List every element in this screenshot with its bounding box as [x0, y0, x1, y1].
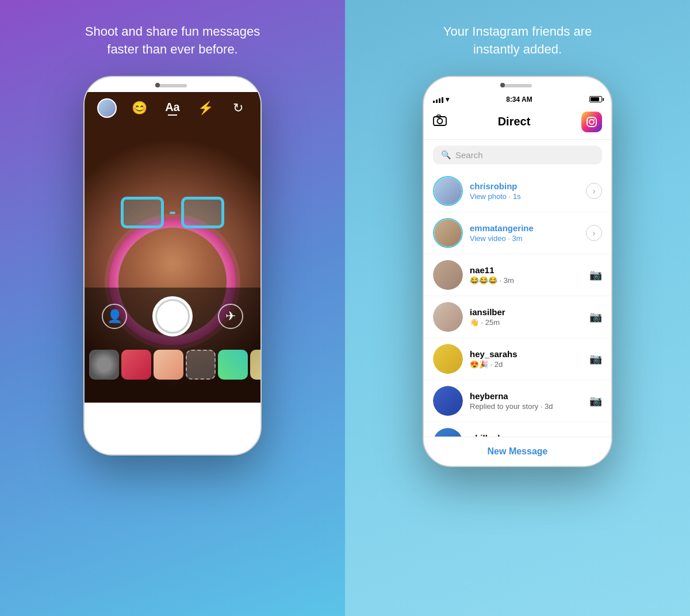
dm-preview: Replied to your story · 3d	[470, 402, 582, 411]
status-left: ▾	[433, 95, 449, 104]
dm-info: hey_sarahs 😍🎉 · 2d	[470, 349, 582, 369]
camera-toolbar: 😊 Aa ⚡ ↻	[85, 92, 260, 124]
svg-rect-3	[587, 117, 596, 127]
signal-bars	[433, 96, 443, 103]
glasses-lens-right	[181, 197, 224, 228]
search-placeholder: Search	[455, 150, 483, 160]
avatar-image	[434, 177, 462, 205]
flip-camera-button[interactable]: ↻	[228, 98, 248, 118]
new-message-button[interactable]: New Message	[488, 446, 548, 457]
dm-camera-icon[interactable]: 📷	[589, 395, 602, 407]
user-avatar-small	[97, 98, 117, 118]
right-phone: ▾ 8:34 AM Direct	[423, 76, 612, 467]
svg-point-1	[438, 118, 443, 124]
profile-icon[interactable]	[97, 98, 117, 118]
dm-avatar	[433, 260, 463, 290]
wifi-icon: ▾	[446, 95, 449, 104]
dm-avatar	[433, 344, 463, 374]
glasses-bridge	[170, 212, 175, 214]
direct-title: Direct	[498, 115, 531, 128]
svg-point-4	[589, 120, 594, 124]
speaker-left	[158, 84, 187, 87]
right-title: Your Instagram friends are instantly add…	[443, 23, 592, 59]
speaker-right	[503, 84, 532, 87]
dm-username: nae11	[470, 265, 582, 275]
dm-info: emmatangerine View video · 3m	[470, 223, 579, 243]
dm-info: heyberna Replied to your story · 3d	[470, 391, 582, 411]
dm-action-arrow[interactable]: ›	[586, 225, 602, 241]
instagram-logo[interactable]	[581, 112, 602, 132]
avatar-image	[433, 260, 463, 290]
dm-info: nae11 😂😂😂 · 3m	[470, 265, 582, 285]
dm-preview: 😂😂😂 · 3m	[470, 276, 582, 285]
dm-username: heyberna	[470, 391, 582, 401]
avatar-image	[433, 386, 463, 416]
filter-item[interactable]	[250, 350, 260, 380]
dm-list: chrisrobinp View photo · 1s › emmatanger…	[424, 170, 611, 464]
phone-top-right	[424, 77, 611, 92]
dm-camera-icon[interactable]: 📷	[589, 353, 602, 365]
battery-fill	[591, 97, 599, 101]
signal-bar-3	[439, 98, 440, 103]
send-icon[interactable]: ✈	[218, 304, 243, 329]
signal-bar-2	[436, 100, 438, 103]
dm-preview: View video · 3m	[470, 234, 579, 243]
glasses-filter	[121, 196, 224, 230]
dm-info: iansilber 👋 · 25m	[470, 307, 582, 327]
left-phone: 😊 Aa ⚡ ↻ 👤	[83, 76, 262, 456]
search-bar[interactable]: 🔍 Search	[433, 146, 602, 164]
dm-camera-icon[interactable]: 📷	[589, 269, 602, 281]
dm-item[interactable]: iansilber 👋 · 25m 📷	[424, 296, 611, 338]
dm-username: hey_sarahs	[470, 349, 582, 359]
flash-button[interactable]: ⚡	[195, 98, 216, 118]
dm-avatar	[433, 176, 463, 206]
status-time: 8:34 AM	[506, 95, 532, 104]
direct-header: Direct	[424, 107, 611, 140]
filter-item[interactable]	[89, 350, 119, 380]
dm-avatar	[433, 386, 463, 416]
avatar-image	[433, 344, 463, 374]
camera-bottom-controls: 👤 ✈	[85, 288, 260, 403]
dm-item[interactable]: hey_sarahs 😍🎉 · 2d 📷	[424, 338, 611, 380]
svg-point-5	[593, 118, 595, 120]
avatar-image	[434, 219, 462, 247]
svg-rect-2	[437, 115, 440, 117]
face-filter-icon[interactable]: 😊	[129, 98, 150, 118]
person-icon[interactable]: 👤	[102, 304, 127, 329]
filter-item[interactable]	[121, 350, 151, 380]
glasses-lens-left	[121, 197, 164, 228]
dm-item[interactable]: chrisrobinp View photo · 1s ›	[424, 170, 611, 212]
dm-camera-icon[interactable]: 📷	[589, 311, 602, 323]
dm-preview: View photo · 1s	[470, 192, 579, 201]
dm-info: chrisrobinp View photo · 1s	[470, 181, 579, 201]
shutter-button[interactable]	[152, 296, 193, 336]
avatar-image	[433, 302, 463, 332]
left-title: Shoot and share fun messages faster than…	[85, 23, 260, 59]
dm-avatar	[433, 218, 463, 248]
filter-strip	[85, 345, 260, 384]
front-camera-left	[155, 83, 160, 87]
filter-item[interactable]	[154, 350, 183, 380]
dm-action-arrow[interactable]: ›	[586, 183, 602, 199]
dm-item[interactable]: nae11 😂😂😂 · 3m 📷	[424, 254, 611, 296]
camera-screen: 😊 Aa ⚡ ↻ 👤	[85, 92, 260, 403]
shutter-row: 👤 ✈	[85, 288, 260, 345]
header-camera-icon[interactable]	[433, 114, 447, 129]
status-bar: ▾ 8:34 AM	[424, 92, 611, 107]
battery-icon	[589, 96, 602, 102]
dm-preview: 👋 · 25m	[470, 318, 582, 327]
battery-tip	[603, 98, 604, 101]
front-camera-right	[500, 83, 505, 87]
search-icon: 🔍	[441, 150, 451, 159]
filter-item[interactable]	[218, 350, 248, 380]
dm-item[interactable]: emmatangerine View video · 3m ›	[424, 212, 611, 254]
new-message-bar: New Message	[424, 437, 611, 466]
dm-preview: 😍🎉 · 2d	[470, 360, 582, 369]
left-panel: Shoot and share fun messages faster than…	[0, 0, 345, 616]
filter-item[interactable]	[186, 350, 216, 380]
dm-item[interactable]: heyberna Replied to your story · 3d 📷	[424, 380, 611, 422]
dm-avatar	[433, 302, 463, 332]
signal-bar-1	[433, 101, 435, 103]
shutter-inner	[155, 299, 190, 334]
text-tool-button[interactable]: Aa	[162, 98, 183, 118]
